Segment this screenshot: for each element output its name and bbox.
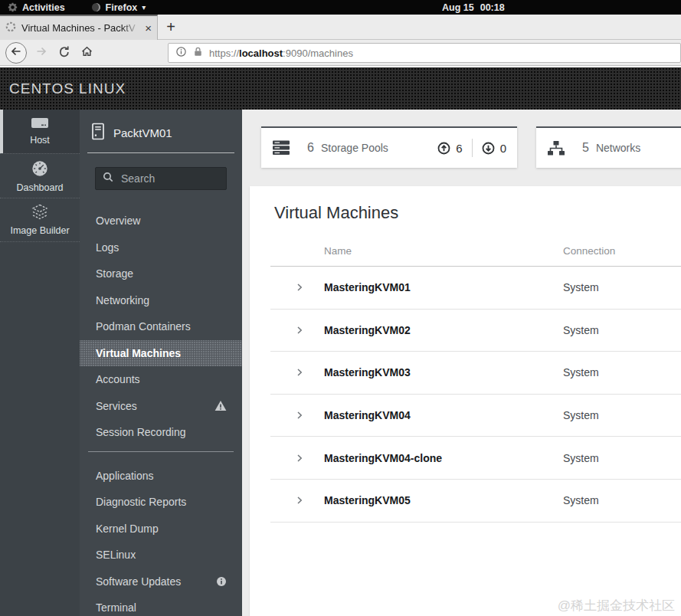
table-row[interactable]: MasteringKVM02 System [270, 310, 681, 352]
vm-connection: System [563, 452, 681, 464]
nav-item-services[interactable]: Services [80, 393, 242, 420]
browser-toolbar: https://localhost:9090/machines [0, 40, 681, 66]
sidebar-item-label: Host [30, 135, 50, 146]
browser-tab[interactable]: Virtual Machines - PacktV × [0, 15, 158, 40]
arrow-up-circle-icon [437, 142, 450, 155]
url-text: https://localhost:9090/machines [209, 48, 353, 59]
activities-button[interactable]: Activities [0, 0, 73, 15]
storage-pools-label: Storage Pools [321, 142, 388, 154]
url-bar[interactable]: https://localhost:9090/machines [168, 43, 681, 63]
nav-divider [88, 451, 234, 452]
page-title: Virtual Machines [274, 203, 398, 223]
vm-name: MasteringKVM04-clone [324, 452, 563, 464]
table-row[interactable]: MasteringKVM04 System [270, 395, 681, 437]
vm-name: MasteringKVM03 [324, 366, 563, 378]
inactive-count[interactable]: 0 [500, 142, 506, 155]
chevron-right-icon[interactable] [293, 281, 324, 293]
activities-label: Activities [22, 2, 65, 13]
chevron-right-icon[interactable] [293, 409, 324, 421]
nav-item-virtual-machines[interactable]: Virtual Machines [80, 340, 242, 367]
vm-connection: System [563, 324, 681, 336]
tab-loading-icon [5, 21, 16, 34]
nav-item-storage[interactable]: Storage [80, 260, 242, 287]
watermark: @稀土掘金技术社区 [558, 597, 675, 614]
forward-button[interactable] [31, 42, 52, 64]
search-icon [103, 172, 113, 185]
secondary-sidebar: PacktVM01 Overview Logs Storage Networki… [80, 110, 242, 616]
screen: Activities Firefox ▾ Aug 15 00:18 Virtua… [0, 0, 681, 616]
storage-pools-card[interactable]: 6 Storage Pools 6 0 [261, 126, 517, 168]
nav-item-accounts[interactable]: Accounts [80, 366, 242, 393]
vm-name: MasteringKVM02 [324, 324, 563, 336]
storage-pools-metrics: 6 0 [437, 139, 506, 157]
active-count[interactable]: 6 [456, 142, 462, 155]
storage-pools-count: 6 [307, 141, 314, 155]
page-info-icon[interactable] [175, 46, 187, 60]
url-path: :9090/machines [283, 48, 353, 59]
gnome-top-bar: Activities Firefox ▾ Aug 15 00:18 [0, 0, 681, 15]
clock[interactable]: Aug 15 00:18 [442, 0, 505, 15]
info-icon [216, 576, 227, 587]
gauge-icon [31, 159, 49, 178]
sidebar-item-label: Dashboard [16, 182, 63, 193]
clock-date: Aug 15 [442, 2, 474, 13]
caret-down-icon: ▾ [142, 3, 146, 11]
vm-connection: System [563, 409, 681, 421]
home-icon [80, 45, 93, 61]
nav-item-selinux[interactable]: SELinux [80, 542, 242, 568]
secondary-nav-tools-list: Applications Diagnostic Reports Kernel D… [80, 463, 242, 616]
main-content: 6 Storage Pools 6 0 5 Networks Vir [242, 110, 681, 616]
sidebar-item-image-builder[interactable]: Image Builder [0, 198, 80, 242]
os-banner: CENTOS LINUX [0, 67, 681, 110]
table-row[interactable]: MasteringKVM03 System [270, 352, 681, 395]
firefox-icon [91, 2, 101, 12]
server-stack-icon [272, 139, 290, 156]
reload-button[interactable] [54, 42, 75, 64]
vm-connection: System [563, 494, 681, 506]
server-tower-icon [91, 123, 106, 143]
clock-time: 00:18 [480, 2, 505, 13]
table-row[interactable]: MasteringKVM01 System [270, 267, 681, 310]
nav-item-session-recording[interactable]: Session Recording [80, 419, 242, 446]
column-header-name: Name [324, 245, 563, 257]
server-icon [30, 117, 50, 130]
sidebar-item-dashboard[interactable]: Dashboard [0, 153, 80, 198]
vm-name: MasteringKVM01 [324, 281, 563, 293]
nav-item-applications[interactable]: Applications [80, 463, 242, 490]
vm-name: MasteringKVM05 [324, 494, 563, 506]
nav-item-diagnostic-reports[interactable]: Diagnostic Reports [80, 489, 242, 516]
host-header[interactable]: PacktVM01 [80, 110, 242, 143]
nav-item-logs[interactable]: Logs [80, 234, 242, 261]
tab-close-icon[interactable]: × [145, 22, 152, 34]
column-header-connection: Connection [563, 245, 681, 257]
chevron-right-icon[interactable] [293, 494, 324, 506]
sidebar-item-host[interactable]: Host [0, 110, 80, 153]
chevron-right-icon[interactable] [293, 324, 324, 336]
search-input[interactable] [120, 172, 219, 185]
new-tab-button[interactable]: + [158, 15, 184, 40]
table-row[interactable]: MasteringKVM04-clone System [270, 437, 681, 480]
nav-item-podman-containers[interactable]: Podman Containers [80, 313, 242, 340]
url-scheme: https:// [209, 48, 239, 59]
vm-connection: System [563, 281, 681, 293]
networks-card[interactable]: 5 Networks [536, 126, 681, 168]
arrow-down-circle-icon [482, 142, 495, 155]
table-row[interactable]: MasteringKVM05 System [270, 480, 681, 523]
primary-sidebar: Host Dashboard Image Builder [0, 110, 80, 616]
nav-item-terminal[interactable]: Terminal [80, 595, 242, 616]
nav-item-software-updates[interactable]: Software Updates [80, 568, 242, 595]
search-box[interactable] [95, 167, 227, 190]
table-header-row: Name Connection [270, 236, 681, 267]
nav-item-overview[interactable]: Overview [80, 208, 242, 234]
back-button[interactable] [5, 42, 27, 64]
app-menu-button[interactable]: Firefox ▾ [83, 0, 154, 15]
home-button[interactable] [76, 42, 97, 64]
layers-icon [30, 204, 50, 221]
back-icon [10, 45, 22, 61]
secondary-nav-list: Overview Logs Storage Networking Podman … [80, 208, 242, 446]
lock-icon[interactable] [192, 46, 204, 60]
chevron-right-icon[interactable] [293, 366, 324, 378]
chevron-right-icon[interactable] [293, 452, 324, 464]
nav-item-kernel-dump[interactable]: Kernel Dump [80, 516, 242, 542]
nav-item-networking[interactable]: Networking [80, 287, 242, 314]
